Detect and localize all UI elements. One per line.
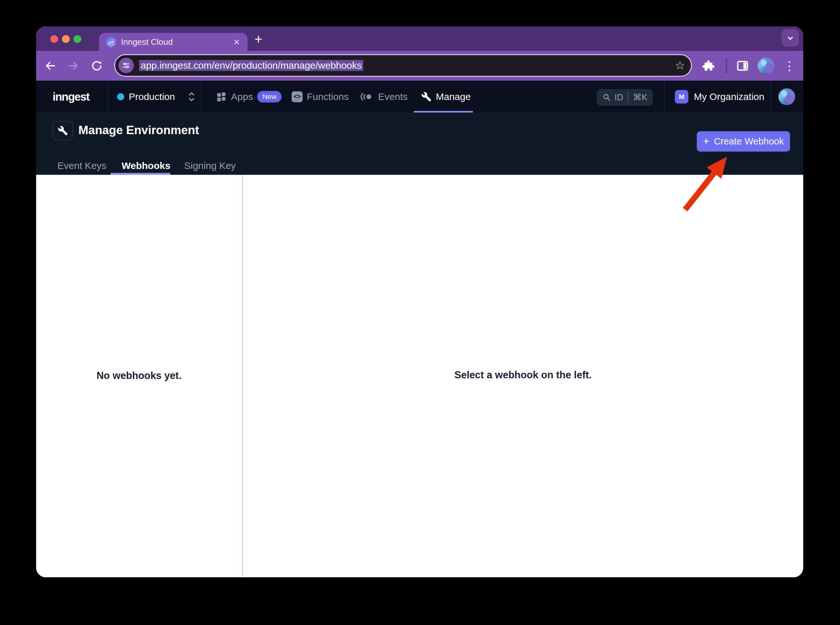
- search-id-label: ID: [614, 93, 623, 103]
- browser-profile-avatar[interactable]: [758, 58, 775, 74]
- side-panel-icon: [736, 59, 749, 72]
- window-zoom-button[interactable]: [73, 35, 81, 43]
- tab-signing-key[interactable]: Signing Key: [184, 160, 236, 171]
- tab-title: Inngest Cloud: [121, 37, 232, 47]
- new-badge: New: [257, 91, 282, 103]
- nav-item-label: Events: [378, 91, 408, 102]
- forward-button[interactable]: [66, 59, 80, 73]
- bookmark-star-icon[interactable]: ☆: [675, 59, 685, 72]
- tab-webhooks[interactable]: Webhooks: [121, 160, 170, 171]
- apps-grid-icon: [216, 91, 227, 102]
- wrench-icon: [421, 92, 432, 102]
- desktop-background: Inngest Cloud × +: [0, 0, 840, 625]
- browser-toolbar: app.inngest.com/env/production/manage/we…: [36, 51, 803, 81]
- nav-item-label: Functions: [307, 91, 349, 102]
- nav-item-label: Manage: [436, 91, 471, 102]
- browser-tab-strip: Inngest Cloud × +: [36, 26, 803, 51]
- nav-item-apps[interactable]: Apps New: [216, 81, 282, 112]
- organization-menu[interactable]: M My Organization: [675, 81, 764, 112]
- nav-item-events[interactable]: Events: [360, 81, 408, 112]
- extensions-button[interactable]: [702, 59, 716, 73]
- organization-name: My Organization: [694, 91, 764, 102]
- webhook-detail-empty-message: Select a webhook on the left.: [243, 369, 803, 381]
- webhooks-list-empty-message: No webhooks yet.: [36, 370, 242, 381]
- environment-switcher[interactable]: Production: [117, 81, 197, 112]
- nav-item-functions[interactable]: <> Functions: [292, 81, 349, 112]
- window-minimize-button[interactable]: [62, 35, 70, 43]
- search-divider: [628, 92, 628, 103]
- browser-menu-button[interactable]: ⋮: [783, 58, 796, 73]
- chevron-up-down-icon: [187, 90, 197, 103]
- page-title: Manage Environment: [78, 123, 199, 137]
- back-button[interactable]: [43, 59, 58, 73]
- navbar-divider: [771, 81, 771, 112]
- search-shortcut-keys: ⌘K: [633, 92, 647, 103]
- plus-icon: +: [703, 135, 709, 148]
- functions-code-icon: <>: [292, 91, 303, 102]
- app-navbar: inngest Production Apps New: [36, 81, 803, 112]
- search-icon: [602, 93, 611, 102]
- manage-icon-box: [53, 121, 73, 140]
- user-avatar[interactable]: [778, 89, 795, 105]
- window-close-button[interactable]: [50, 35, 58, 43]
- url-selected-text: app.inngest.com/env/production/manage/we…: [139, 60, 363, 71]
- puzzle-icon: [702, 59, 715, 72]
- inngest-favicon: [106, 36, 116, 47]
- wrench-icon: [58, 126, 68, 136]
- nav-item-label: Apps: [231, 91, 253, 102]
- navbar-divider: [664, 81, 664, 112]
- webhooks-content: No webhooks yet. Select a webhook on the…: [36, 175, 803, 577]
- site-settings-button[interactable]: [118, 58, 134, 73]
- back-arrow-icon: [44, 60, 56, 72]
- tune-icon: [121, 61, 131, 70]
- browser-window: Inngest Cloud × +: [36, 26, 803, 577]
- environment-status-dot: [117, 93, 124, 100]
- organization-badge: M: [675, 90, 688, 104]
- events-pulse-icon: [360, 91, 374, 102]
- forward-arrow-icon: [67, 60, 79, 72]
- environment-name: Production: [129, 91, 175, 102]
- side-panel-button[interactable]: [736, 59, 750, 73]
- create-webhook-button[interactable]: + Create Webhook: [697, 131, 790, 152]
- navbar-divider: [107, 81, 108, 112]
- tab-search-chevron-button[interactable]: [782, 29, 799, 47]
- toolbar-divider: [726, 58, 727, 73]
- tab-close-icon[interactable]: ×: [232, 37, 241, 47]
- url-input[interactable]: app.inngest.com/env/production/manage/we…: [139, 60, 675, 71]
- create-webhook-label: Create Webhook: [714, 136, 784, 147]
- tab-event-keys[interactable]: Event Keys: [58, 160, 106, 171]
- manage-environment-header: Manage Environment Event Keys Webhooks S…: [36, 112, 803, 175]
- nav-item-manage[interactable]: Manage: [421, 81, 471, 112]
- chevron-down-icon: [786, 33, 795, 43]
- search-shortcut[interactable]: ID ⌘K: [597, 89, 653, 106]
- browser-tab[interactable]: Inngest Cloud ×: [99, 33, 247, 51]
- navbar-divider: [201, 81, 202, 112]
- new-tab-button[interactable]: +: [250, 32, 266, 47]
- reload-button[interactable]: [90, 59, 104, 73]
- reload-icon: [91, 60, 103, 72]
- address-bar[interactable]: app.inngest.com/env/production/manage/we…: [114, 54, 692, 77]
- inngest-logo[interactable]: inngest: [53, 81, 89, 112]
